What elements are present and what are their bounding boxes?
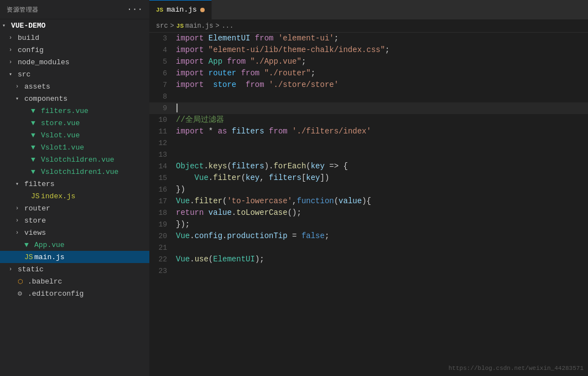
sidebar-folder-label: static: [18, 265, 44, 274]
sidebar-item-vslotchildren-vue[interactable]: ▼ Vslotchildren.vue: [0, 153, 149, 166]
breadcrumb-file: main.js: [185, 22, 213, 30]
line-content: //全局过滤器: [174, 114, 224, 126]
line-number: 15: [149, 172, 174, 184]
sidebar-item-static[interactable]: › static: [0, 263, 149, 275]
line-number: 8: [149, 91, 174, 102]
tab-bar: JS main.js: [149, 0, 588, 19]
code-line-5: 5 import App from "./App.vue";: [149, 56, 588, 68]
vue-file-icon: ▼: [31, 131, 41, 140]
breadcrumb: src > JS main.js > ...: [149, 19, 588, 33]
chevron-right-icon: ›: [9, 47, 18, 53]
line-number: 18: [149, 207, 174, 219]
sidebar-item-filters[interactable]: ▾ filters: [0, 178, 149, 190]
code-line-16: 16 }): [149, 184, 588, 195]
sidebar-file-label: Vslot1.vue: [41, 143, 84, 152]
line-number: 13: [149, 149, 174, 161]
line-content: import router from "./router";: [174, 68, 315, 79]
code-line-14: 14 Object.keys(filters).forEach(key => {: [149, 161, 588, 172]
line-number: 17: [149, 195, 174, 207]
spacer: [9, 279, 18, 285]
sidebar-item-vue-demo[interactable]: ▾ VUE-DEMO: [0, 19, 149, 32]
sidebar-item-editorconfig[interactable]: ⚙ .editorconfig: [0, 287, 149, 300]
sidebar-folder-label: store: [24, 217, 46, 225]
sidebar-item-index-js[interactable]: JS index.js: [0, 190, 149, 202]
sidebar-item-router[interactable]: › router: [0, 202, 149, 214]
code-content: 3 import ElementUI from 'element-ui'; 4 …: [149, 33, 588, 376]
code-line-23: 23: [149, 265, 588, 277]
sidebar-folder-label: assets: [24, 83, 50, 91]
sidebar-item-src[interactable]: ▾ src: [0, 68, 149, 80]
line-number: 14: [149, 161, 174, 172]
line-number: 22: [149, 254, 174, 265]
code-line-12: 12: [149, 137, 588, 149]
sidebar-folder-label: views: [24, 229, 46, 237]
sidebar-item-build[interactable]: › build: [0, 32, 149, 44]
code-line-6: 6 import router from "./router";: [149, 68, 588, 79]
sidebar-item-store-vue[interactable]: ▼ store.vue: [0, 117, 149, 129]
spacer: [22, 145, 31, 151]
chevron-right-icon: ›: [9, 59, 18, 65]
sidebar-item-store[interactable]: › store: [0, 214, 149, 226]
sidebar-folder-label: components: [24, 95, 67, 103]
sidebar-item-app-vue[interactable]: ▼ App.vue: [0, 239, 149, 251]
code-line-20: 20 Vue.config.productionTip = false;: [149, 230, 588, 242]
chevron-right-icon: ›: [9, 266, 18, 272]
more-options-icon[interactable]: ···: [127, 4, 143, 14]
sidebar-file-label: Vslot.vue: [41, 131, 80, 140]
sidebar-item-assets[interactable]: › assets: [0, 80, 149, 92]
code-line-9: 9: [149, 102, 588, 114]
spacer: [22, 120, 31, 126]
sidebar-folder-label: filters: [24, 180, 55, 188]
sidebar-file-label: index.js: [41, 192, 75, 200]
sidebar-item-babelrc[interactable]: ⬡ .babelrc: [0, 275, 149, 287]
code-line-21: 21: [149, 242, 588, 254]
tab-main-js[interactable]: JS main.js: [149, 0, 212, 19]
chevron-right-icon: ›: [9, 35, 18, 41]
line-number: 5: [149, 56, 174, 68]
line-number: 11: [149, 126, 174, 137]
code-line-11: 11 import * as filters from './filters/i…: [149, 126, 588, 137]
code-line-8: 8: [149, 91, 588, 102]
top-bar: 资源管理器 ··· JS main.js: [0, 0, 588, 19]
sidebar-item-vslot1-vue[interactable]: ▼ Vslot1.vue: [0, 141, 149, 153]
chevron-down-icon: ▾: [2, 22, 11, 29]
line-number: 7: [149, 79, 174, 91]
line-number: 19: [149, 219, 174, 230]
sidebar-file-label: main.js: [34, 253, 65, 261]
watermark: https://blog.csdn.net/weixin_44283571: [449, 365, 584, 372]
line-number: 20: [149, 230, 174, 242]
sidebar-item-main-js[interactable]: JS main.js: [0, 251, 149, 263]
line-content: import "element-ui/lib/theme-chalk/index…: [174, 44, 390, 56]
spacer: [22, 169, 31, 175]
chevron-right-icon: ›: [15, 205, 24, 212]
babel-file-icon: ⬡: [18, 278, 28, 285]
text-cursor: [176, 104, 178, 112]
sidebar-item-node-modules[interactable]: › node_modules: [0, 56, 149, 68]
code-line-15: 15 Vue.filter(key, filters[key]): [149, 172, 588, 184]
line-number: 9: [149, 102, 174, 114]
sidebar-item-vslotchildren1-vue[interactable]: ▼ Vslotchildren1.vue: [0, 166, 149, 178]
sidebar-item-vslot-vue[interactable]: ▼ Vslot.vue: [0, 129, 149, 141]
code-line-10: 10 //全局过滤器: [149, 114, 588, 126]
code-editor[interactable]: 3 import ElementUI from 'element-ui'; 4 …: [149, 33, 588, 376]
chevron-down-icon: ▾: [9, 71, 18, 78]
chevron-down-icon: ▾: [15, 95, 24, 102]
line-content: Vue.filter(key, filters[key]): [174, 172, 329, 184]
config-file-icon: ⚙: [18, 289, 28, 298]
sidebar-item-views[interactable]: › views: [0, 226, 149, 239]
sidebar-root-label: VUE-DEMO: [11, 22, 45, 30]
line-number: 6: [149, 68, 174, 79]
sidebar-file-label: .editorconfig: [28, 290, 84, 298]
line-content: Object.keys(filters).forEach(key => {: [174, 161, 348, 172]
breadcrumb-src: src: [156, 22, 168, 30]
tab-label: main.js: [166, 6, 197, 14]
sidebar-item-components[interactable]: ▾ components: [0, 92, 149, 105]
vue-file-icon: ▼: [31, 168, 41, 176]
sidebar-item-config[interactable]: › config: [0, 44, 149, 56]
line-number: 21: [149, 242, 174, 254]
line-content: Vue.filter('to-lowercase',function(value…: [174, 195, 371, 207]
sidebar-item-filters-vue[interactable]: ▼ filters.vue: [0, 105, 149, 117]
code-line-3: 3 import ElementUI from 'element-ui';: [149, 33, 588, 44]
line-number: 3: [149, 33, 174, 44]
sidebar-file-label: Vslotchildren1.vue: [41, 168, 118, 176]
